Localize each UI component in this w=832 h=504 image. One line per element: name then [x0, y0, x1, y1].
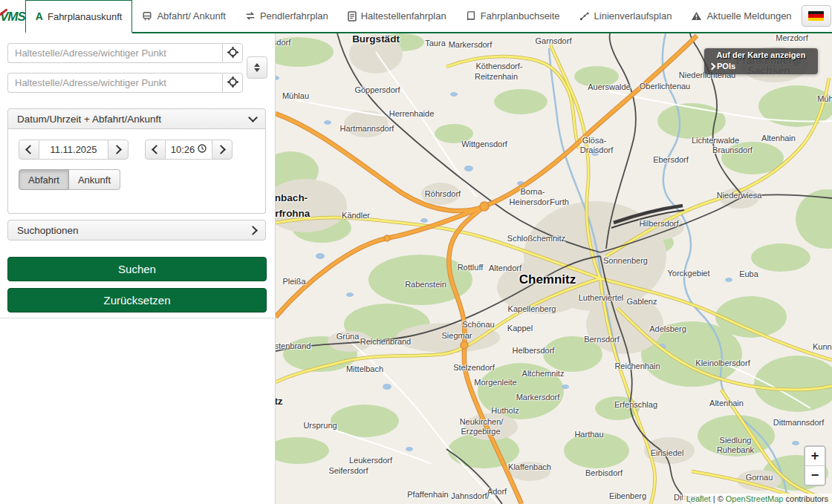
destination-row — [7, 73, 243, 93]
datetime-section-body: 11.11.2025 10:26 Abfahrt Ankunft — [7, 129, 266, 214]
tab-fahrplanbuchseite[interactable]: Fahrplanbuchseite — [456, 0, 570, 32]
time-controls: 10:26 — [145, 140, 233, 160]
reset-button[interactable]: Zurücksetzen — [7, 288, 267, 312]
timetable-info-icon: A — [36, 10, 43, 22]
tab-aktuelle-meldungen[interactable]: Aktuelle Meldungen — [681, 0, 801, 32]
time-previous-button[interactable] — [145, 140, 166, 160]
crosshair-icon — [227, 46, 239, 61]
search-panel: Datum/Uhrzeit + Abfahrt/Ankunft 11.11.20… — [0, 33, 276, 504]
trip-search-form: Datum/Uhrzeit + Abfahrt/Ankunft 11.11.20… — [0, 33, 275, 318]
vms-logo-text: VMS — [0, 10, 25, 24]
chevron-right-icon — [216, 145, 226, 154]
arrow-up-icon — [254, 63, 260, 67]
map-layer-overlay: Auf der Karte anzeigen POIs — [704, 48, 818, 74]
bus-icon — [142, 11, 152, 22]
tab-label: Abfahrt/ Ankunft — [157, 10, 226, 22]
date-next-button[interactable] — [108, 140, 129, 160]
chevron-left-icon — [152, 145, 161, 154]
tab-label: Haltestellenfahrplan — [361, 10, 446, 22]
zoom-out-button[interactable]: − — [805, 466, 825, 485]
tab-haltestellenfahrplan[interactable]: Haltestellenfahrplan — [338, 0, 456, 32]
datetime-section-header[interactable]: Datum/Uhrzeit + Abfahrt/Ankunft — [7, 108, 266, 129]
attribution-separator: | © — [711, 494, 726, 503]
language-flag-button[interactable] — [802, 5, 831, 27]
search-button[interactable]: Suchen — [7, 257, 267, 281]
clock-icon — [198, 144, 207, 155]
date-previous-button[interactable] — [19, 140, 39, 160]
tab-abfahrt-ankunft[interactable]: Abfahrt/ Ankunft — [132, 0, 235, 32]
arrow-down-icon — [254, 68, 260, 72]
arrival-toggle-button[interactable]: Ankunft — [69, 169, 120, 190]
chevron-right-icon — [248, 226, 258, 235]
top-navigation: VMS A Fahrplanauskunft Abfahrt/ Ankunft … — [0, 0, 832, 33]
destination-input[interactable] — [7, 73, 222, 93]
tab-fahrplanauskunft[interactable]: A Fahrplanauskunft — [25, 0, 133, 33]
time-next-button[interactable] — [212, 140, 233, 160]
german-flag-icon — [808, 11, 824, 21]
swap-origin-destination-button[interactable] — [247, 56, 267, 79]
chevron-right-icon — [709, 62, 716, 70]
route-line-icon — [579, 11, 590, 21]
tab-label: Linienverlaufsplan — [594, 10, 672, 22]
chevron-left-icon — [25, 145, 35, 154]
tab-label: Fahrplanauskunft — [48, 11, 122, 22]
map-zoom-control: + − — [804, 445, 826, 486]
vms-logo[interactable]: VMS — [0, 0, 25, 33]
tab-label: Aktuelle Meldungen — [706, 10, 791, 22]
search-options-header[interactable]: Suchoptionen — [7, 220, 266, 240]
tab-pendlerfahrplan[interactable]: Pendlerfahrplan — [235, 0, 338, 32]
transfer-arrows-icon — [245, 11, 256, 21]
date-value: 11.11.2025 — [50, 144, 97, 155]
origin-input[interactable] — [7, 43, 222, 63]
chevron-down-icon — [248, 113, 258, 122]
map-tiles — [276, 33, 832, 504]
departure-arrival-toggle: Abfahrt Ankunft — [19, 169, 255, 190]
tab-label: Pendlerfahrplan — [260, 10, 328, 22]
map-container[interactable]: BurgstädtsdorfTauraMarkersdorfGarnsdorfM… — [276, 33, 832, 504]
date-field[interactable]: 11.11.2025 — [39, 140, 108, 160]
map-attribution: Leaflet | © OpenStreetMap contributors — [683, 494, 832, 504]
crosshair-icon — [227, 76, 239, 91]
departure-toggle-button[interactable]: Abfahrt — [19, 169, 69, 190]
origin-locate-button[interactable] — [222, 43, 243, 63]
warning-triangle-icon — [691, 11, 702, 21]
origin-row — [7, 43, 243, 63]
book-icon — [466, 11, 476, 22]
destination-locate-button[interactable] — [222, 73, 243, 93]
poi-label: POIs — [717, 62, 735, 71]
poi-layer-toggle[interactable]: POIs — [709, 62, 813, 71]
time-field[interactable]: 10:26 — [166, 140, 212, 160]
overlay-title: Auf der Karte anzeigen — [709, 50, 813, 59]
attribution-suffix: contributors — [783, 494, 828, 503]
time-value: 10:26 — [171, 144, 195, 155]
document-icon — [348, 11, 357, 22]
openstreetmap-link[interactable]: OpenStreetMap — [726, 494, 784, 503]
zoom-in-button[interactable]: + — [805, 447, 825, 466]
tab-label: Fahrplanbuchseite — [481, 10, 560, 22]
nav-tabs: A Fahrplanauskunft Abfahrt/ Ankunft Pend… — [25, 0, 832, 33]
leaflet-link[interactable]: Leaflet — [686, 494, 711, 503]
datetime-section-title: Datum/Uhrzeit + Abfahrt/Ankunft — [17, 114, 161, 125]
search-options-title: Suchoptionen — [17, 225, 79, 236]
tab-linienverlaufsplan[interactable]: Linienverlaufsplan — [570, 0, 682, 32]
chevron-right-icon — [112, 145, 122, 154]
datetime-controls: 11.11.2025 10:26 — [19, 140, 255, 160]
